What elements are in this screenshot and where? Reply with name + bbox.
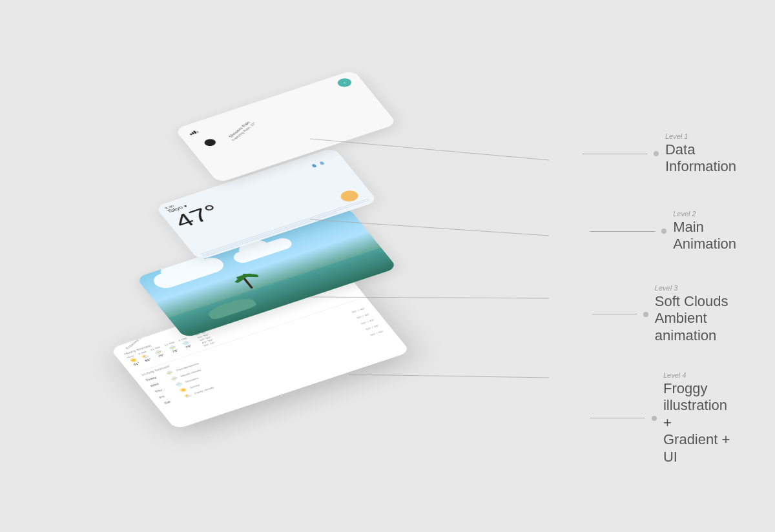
- main-label: Main: [673, 219, 736, 236]
- dot-level-1: [654, 151, 659, 156]
- information-label: Information: [665, 158, 736, 175]
- status-icons: [189, 130, 199, 135]
- data-label: Data: [665, 141, 736, 158]
- level-1-label: Level 1: [665, 132, 736, 140]
- dot-level-3: [643, 312, 648, 317]
- level-4-label: Level 4: [663, 371, 736, 379]
- scene: ↑ Showers Rain Freezing Rain, 37°: [0, 0, 775, 532]
- dot-level-4: [652, 416, 657, 421]
- text-level-3: Level 3 Soft Clouds Ambient animation: [655, 284, 736, 344]
- text-level-4: Level 4 Froggy illustration + Gradient +…: [663, 371, 736, 466]
- softclouds-label: Soft Clouds: [655, 293, 736, 310]
- text-level-2: Level 2 Main Animation: [673, 210, 736, 253]
- gradient-label: Gradient + UI: [663, 431, 736, 466]
- ambient-label: Ambient animation: [655, 310, 736, 344]
- location-dot: [203, 138, 218, 147]
- text-level-1: Level 1 Data Information: [665, 132, 736, 176]
- dot-level-2: [661, 229, 666, 234]
- animation-label: Animation: [673, 236, 736, 252]
- cloud-1: [150, 255, 228, 291]
- froggy-label: Froggy: [663, 380, 736, 397]
- label-level-4: Level 4 Froggy illustration + Gradient +…: [590, 371, 736, 466]
- label-level-1: Level 1 Data Information: [583, 132, 736, 176]
- label-level-2: Level 2 Main Animation: [590, 210, 736, 253]
- nav-icon: ↑: [335, 77, 353, 88]
- label-level-3: Level 3 Soft Clouds Ambient animation: [592, 284, 736, 344]
- level-2-label: Level 2: [673, 210, 736, 218]
- palm-tree: [243, 278, 253, 289]
- level-3-label: Level 3: [655, 284, 736, 292]
- layers-container: ↑ Showers Rain Freezing Rain, 37°: [97, 77, 536, 478]
- illustration-label: illustration +: [663, 397, 736, 431]
